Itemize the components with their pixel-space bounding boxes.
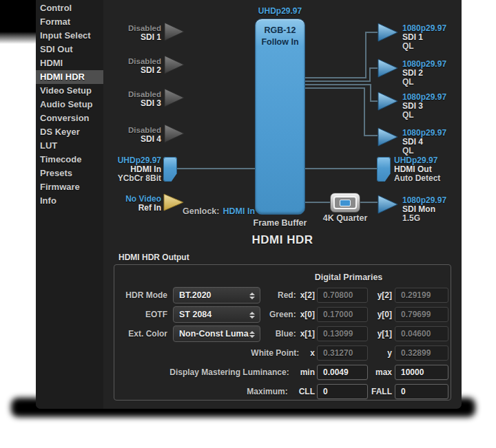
wire — [364, 87, 365, 136]
ref-in-label: No Video Ref In — [77, 195, 161, 213]
panel-title: HDMI HDR Output — [118, 253, 189, 262]
maximum-fall-field[interactable]: 0 — [395, 384, 448, 399]
sdi-out-3-arrow-icon — [378, 92, 398, 111]
wire — [365, 32, 366, 78]
frame-buffer-caption: Frame Buffer — [238, 218, 322, 228]
hdmi-hdr-output-panel: Digital Primaries HDR Mode BT.2020 Red:x… — [114, 264, 451, 401]
mastering-luminance-label: Display Mastering Luminance:min — [121, 367, 315, 377]
white-point-label: White Point:x — [190, 348, 315, 358]
sdi-out-2-arrow-icon — [378, 58, 398, 78]
wire — [369, 67, 371, 82]
sidebar-item[interactable]: Control — [36, 1, 103, 15]
sdi-out-2-label: 1080p29.97 SDI 2 QL — [402, 60, 446, 87]
4k-quarter-label: 4K Quarter — [315, 213, 375, 223]
wire — [305, 84, 370, 85]
green-y-field: 0.79699 — [395, 307, 448, 322]
sdi-in-2-label: Disabled SDI 2 — [77, 57, 161, 75]
hdmi-in-connector-icon — [163, 157, 177, 182]
eotf-label: EOTF — [121, 310, 167, 319]
maximum-label: Maximum:CLL — [121, 387, 315, 396]
white-point-y-field: 0.32899 — [395, 345, 448, 361]
wire-hdmi-in — [177, 168, 255, 169]
wire — [305, 81, 369, 82]
maximum-fall-label: FALL — [355, 387, 392, 396]
wire — [364, 135, 378, 136]
luminance-max-label: max — [355, 367, 392, 377]
hdmi-in-label: UHDp29.97 HDMI In YCbCr 8Bit — [56, 156, 161, 183]
sdi-out-1-label: 1080p29.97 SDI 1 QL — [402, 24, 446, 51]
sdi-in-4-label: Disabled SDI 4 — [77, 126, 161, 144]
sdi-in-3-label: Disabled SDI 3 — [77, 90, 161, 108]
wire — [305, 87, 364, 89]
ext-color-label: Ext. Color — [121, 329, 167, 339]
sdi-out-4-arrow-icon — [378, 127, 398, 147]
sidebar-item[interactable]: Conversion — [36, 111, 103, 125]
sdi-in-4-arrow-icon — [164, 124, 185, 143]
window-shadow-artifact — [0, 0, 36, 44]
wire — [365, 32, 378, 33]
genlock-status: Genlock:HDMI In — [183, 206, 255, 216]
blue-y-field: 0.04600 — [395, 326, 448, 341]
sdi-in-3-arrow-icon — [164, 88, 185, 107]
luminance-max-field[interactable]: 10000 — [395, 365, 448, 380]
sdi-in-2-arrow-icon — [164, 55, 185, 74]
wire — [305, 77, 365, 78]
wire — [370, 84, 371, 102]
ref-in-arrow-icon — [163, 193, 184, 211]
sdi-out-4-label: 1080p29.97 SDI 4 QL — [402, 129, 446, 156]
blue-primary-label: Blue:x[1] — [218, 329, 315, 339]
sdi-out-3-label: 1080p29.97 SDI 3 QL — [402, 93, 446, 120]
frame-buffer-format: UHDp29.97 — [238, 6, 322, 16]
wire — [369, 67, 378, 69]
sdi-mon-arrow-icon — [378, 195, 398, 214]
4k-quarter-icon — [330, 193, 360, 213]
sdi-out-1-arrow-icon — [378, 23, 398, 42]
green-primary-label: Green:x[0] — [218, 310, 315, 319]
digital-primaries-heading: Digital Primaries — [273, 273, 424, 282]
red-primary-label: Red:x[2] — [218, 290, 315, 300]
app-window: Control Format Input Select SDI Out HDMI… — [36, 0, 462, 409]
hdmi-out-label: UHDp29.97 HDMI Out Auto Detect — [394, 156, 440, 183]
hdmi-out-connector-icon — [377, 157, 391, 182]
page-title: HDMI HDR — [103, 233, 462, 247]
frame-buffer-block: RGB-12 Follow In — [255, 19, 305, 215]
hdr-mode-label: HDR Mode — [121, 290, 167, 300]
wire-hdmi-out — [305, 168, 377, 169]
white-point-y-label: y — [355, 348, 392, 358]
green-y-label: y[0] — [355, 310, 392, 319]
wire — [370, 100, 378, 102]
sdi-in-1-arrow-icon — [164, 22, 185, 41]
blue-y-label: y[1] — [355, 329, 392, 339]
sdi-mon-label: 1080p29.97 SDI Mon 1.5G — [402, 196, 446, 223]
sidebar-item[interactable]: SDI Out — [36, 43, 103, 56]
page: Control Format Input Select SDI Out HDMI… — [0, 0, 496, 448]
red-y-field: 0.29199 — [395, 288, 448, 303]
red-y-label: y[2] — [355, 290, 392, 300]
sdi-in-1-label: Disabled SDI 1 — [77, 24, 161, 42]
